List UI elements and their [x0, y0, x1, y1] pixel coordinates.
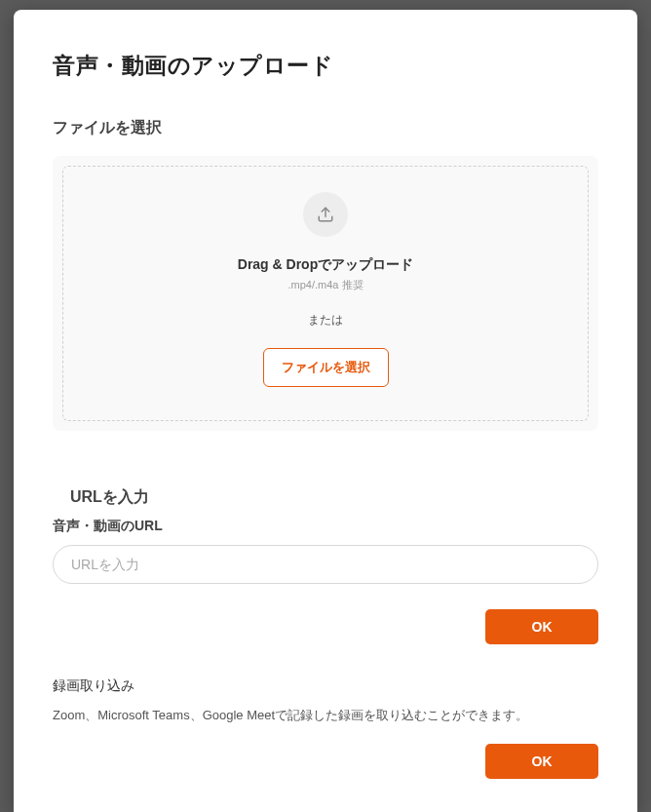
import-button-row: OK	[53, 744, 598, 779]
url-input[interactable]	[53, 545, 598, 584]
file-select-button[interactable]: ファイルを選択	[263, 348, 389, 387]
drop-zone-inner: Drag & Dropでアップロード .mp4/.m4a 推奨 または ファイル…	[62, 166, 589, 421]
url-button-row: OK	[53, 609, 598, 644]
drop-or-text: または	[308, 312, 343, 329]
file-select-label: ファイルを選択	[53, 118, 598, 138]
upload-modal: 音声・動画のアップロード ファイルを選択 Drag & Dropでアップロード …	[14, 10, 637, 812]
drop-subtitle: .mp4/.m4a 推奨	[287, 278, 363, 292]
url-section: URLを入力 音声・動画のURL OK	[53, 487, 598, 644]
url-section-title: URLを入力	[70, 487, 598, 508]
drop-title: Drag & Dropでアップロード	[238, 256, 413, 274]
recording-import-section: 録画取り込み Zoom、Microsoft Teams、Google Meetで…	[53, 677, 598, 779]
import-ok-button[interactable]: OK	[485, 744, 598, 779]
url-sublabel: 音声・動画のURL	[53, 518, 598, 535]
import-title: 録画取り込み	[53, 677, 598, 695]
import-description: Zoom、Microsoft Teams、Google Meetで記録した録画を…	[53, 707, 598, 724]
drop-zone[interactable]: Drag & Dropでアップロード .mp4/.m4a 推奨 または ファイル…	[53, 156, 598, 431]
modal-title: 音声・動画のアップロード	[53, 51, 598, 81]
upload-icon	[303, 192, 348, 237]
url-ok-button[interactable]: OK	[485, 609, 598, 644]
